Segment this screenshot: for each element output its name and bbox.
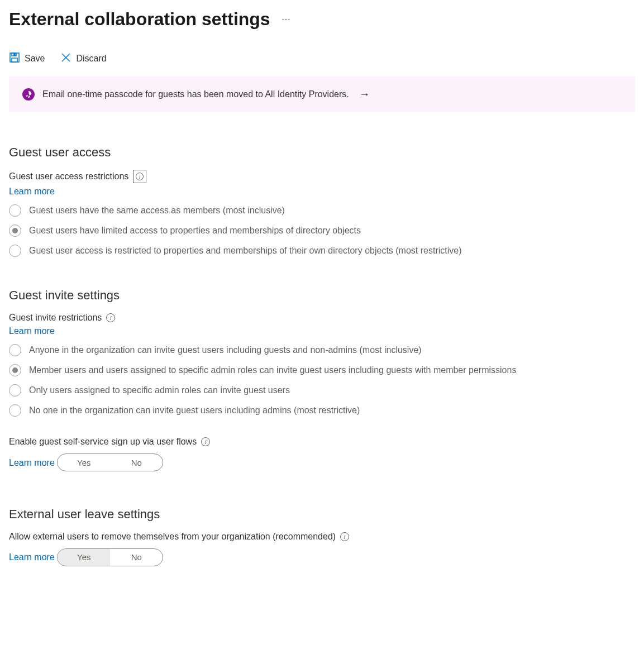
svg-rect-2 — [14, 54, 15, 55]
self-service-label: Enable guest self-service sign up via us… — [9, 437, 197, 447]
radio-label: Member users and users assigned to speci… — [29, 365, 516, 375]
page-title: External collaboration settings — [9, 9, 270, 30]
info-icon[interactable]: i — [340, 532, 349, 541]
section-guest-access: Guest user access Guest user access rest… — [9, 145, 635, 257]
save-label: Save — [25, 54, 45, 64]
learn-more-link[interactable]: Learn more — [9, 187, 55, 197]
section-guest-invite: Guest invite settings Guest invite restr… — [9, 288, 635, 476]
radio-circle — [9, 404, 21, 417]
more-icon[interactable]: ⋯ — [282, 14, 290, 25]
radio-label: Guest user access is restricted to prope… — [29, 246, 462, 256]
radio-circle — [9, 204, 21, 217]
field-label-row: Guest invite restrictions i — [9, 313, 635, 323]
toggle-external-leave[interactable]: Yes No — [57, 548, 163, 566]
radio-list-guest-invite: Anyone in the organization can invite gu… — [9, 344, 635, 417]
radio-label: Only users assigned to specific admin ro… — [29, 385, 290, 395]
info-icon[interactable]: i — [133, 170, 146, 183]
info-icon[interactable]: i — [106, 313, 115, 322]
save-icon — [9, 52, 20, 65]
radio-circle — [9, 384, 21, 397]
guest-invite-restrictions-label: Guest invite restrictions — [9, 313, 102, 323]
radio-guest-access-0[interactable]: Guest users have the same access as memb… — [9, 204, 635, 217]
radio-guest-access-2[interactable]: Guest user access is restricted to prope… — [9, 245, 635, 257]
discard-button[interactable]: Discard — [60, 52, 106, 65]
radio-circle — [9, 225, 21, 237]
guest-access-restrictions-label: Guest user access restrictions — [9, 171, 128, 182]
field-label-row: Allow external users to remove themselve… — [9, 532, 635, 542]
radio-guest-invite-1[interactable]: Member users and users assigned to speci… — [9, 364, 635, 376]
learn-more-link[interactable]: Learn more — [9, 552, 55, 562]
toggle-no[interactable]: No — [110, 549, 163, 566]
discard-label: Discard — [76, 54, 106, 64]
radio-guest-invite-3[interactable]: No one in the organization can invite gu… — [9, 404, 635, 417]
radio-guest-access-1[interactable]: Guest users have limited access to prope… — [9, 225, 635, 237]
save-button[interactable]: Save — [9, 52, 45, 65]
learn-more-link[interactable]: Learn more — [9, 458, 55, 468]
page-header: External collaboration settings ⋯ — [9, 9, 635, 30]
section-heading-guest-invite: Guest invite settings — [9, 288, 635, 303]
toggle-yes[interactable]: Yes — [58, 549, 110, 566]
section-external-leave: External user leave settings Allow exter… — [9, 507, 635, 571]
field-label-row: Guest user access restrictions i — [9, 170, 635, 183]
notification-banner[interactable]: Email one-time passcode for guests has b… — [9, 77, 635, 112]
radio-circle — [9, 344, 21, 356]
discard-icon — [60, 52, 71, 65]
section-heading-external-leave: External user leave settings — [9, 507, 635, 522]
toolbar: Save Discard — [9, 52, 635, 65]
svg-rect-3 — [12, 58, 17, 62]
toggle-no[interactable]: No — [110, 454, 163, 471]
radio-label: No one in the organization can invite gu… — [29, 405, 360, 416]
radio-circle — [9, 245, 21, 257]
notification-text: Email one-time passcode for guests has b… — [42, 89, 349, 99]
arrow-right-icon: → — [359, 88, 370, 101]
radio-list-guest-access: Guest users have the same access as memb… — [9, 204, 635, 257]
subsection-self-service: Enable guest self-service sign up via us… — [9, 437, 635, 476]
rocket-icon — [22, 88, 35, 101]
section-heading-guest-access: Guest user access — [9, 145, 635, 160]
toggle-self-service[interactable]: Yes No — [57, 453, 163, 471]
radio-guest-invite-2[interactable]: Only users assigned to specific admin ro… — [9, 384, 635, 397]
toggle-yes[interactable]: Yes — [58, 454, 110, 471]
info-icon[interactable]: i — [201, 437, 210, 446]
radio-label: Guest users have the same access as memb… — [29, 206, 285, 216]
learn-more-link[interactable]: Learn more — [9, 326, 55, 336]
field-label-row: Enable guest self-service sign up via us… — [9, 437, 635, 447]
radio-guest-invite-0[interactable]: Anyone in the organization can invite gu… — [9, 344, 635, 356]
radio-circle — [9, 364, 21, 376]
radio-label: Anyone in the organization can invite gu… — [29, 345, 422, 355]
external-leave-label: Allow external users to remove themselve… — [9, 532, 336, 542]
radio-label: Guest users have limited access to prope… — [29, 226, 361, 236]
